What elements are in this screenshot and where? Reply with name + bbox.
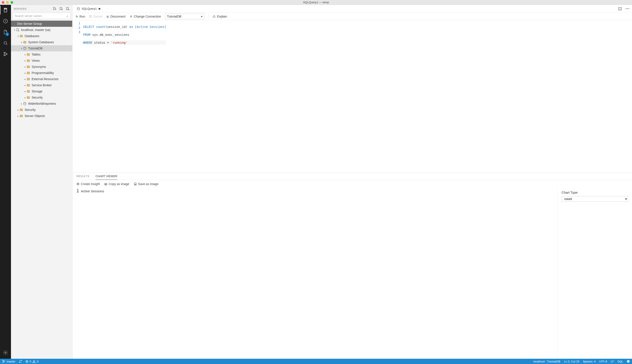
tree-external-resources[interactable]: ▸External Resources bbox=[11, 76, 72, 82]
status-language[interactable]: SQL bbox=[618, 360, 623, 363]
activity-search-icon[interactable] bbox=[2, 40, 8, 46]
clear-search-icon[interactable]: × bbox=[66, 14, 68, 18]
tree-label: Server Objects bbox=[24, 114, 45, 118]
tree-system-databases[interactable]: ▸System Databases bbox=[11, 39, 72, 45]
tree-tutorialdb[interactable]: ▾TutorialDB bbox=[11, 45, 72, 51]
tree-label: Storage bbox=[32, 90, 42, 93]
chevron-down-icon: ▾ bbox=[20, 47, 23, 50]
status-branch[interactable]: master bbox=[2, 360, 15, 363]
chevron-down-icon: ▾ bbox=[17, 35, 19, 37]
folder-icon bbox=[26, 90, 30, 93]
tree-db-security[interactable]: ▸Security bbox=[11, 94, 72, 100]
close-window-icon[interactable] bbox=[2, 1, 4, 4]
chevron-right-icon: ▸ bbox=[24, 53, 26, 56]
tab-label: SQLQuery1 bbox=[82, 7, 97, 10]
svg-point-13 bbox=[18, 30, 19, 31]
tree-programmability[interactable]: ▸Programmability bbox=[11, 70, 72, 76]
search-input[interactable] bbox=[13, 13, 70, 19]
status-eol[interactable]: LF bbox=[611, 360, 614, 363]
active-connections-icon[interactable] bbox=[66, 7, 70, 10]
window-titlebar: SQLQuery1 — temp bbox=[0, 0, 632, 5]
tree-views[interactable]: ▸Views bbox=[11, 58, 72, 64]
activity-explorer-icon[interactable]: 1 bbox=[2, 29, 8, 35]
tab-chart-viewer[interactable]: CHART VIEWER bbox=[96, 174, 117, 180]
line-number: 1 bbox=[72, 21, 80, 26]
activity-settings-icon[interactable] bbox=[2, 350, 8, 356]
status-feedback-icon[interactable] bbox=[627, 360, 630, 363]
activity-source-control-icon[interactable] bbox=[2, 51, 8, 57]
copy-as-image-button[interactable]: Copy as image bbox=[104, 182, 129, 186]
tree-server-node[interactable]: ▾localhost, master (sa) bbox=[11, 27, 72, 33]
create-insight-button[interactable]: Create Insight bbox=[76, 182, 100, 186]
window-title: SQLQuery1 — temp bbox=[303, 1, 329, 4]
status-encoding[interactable]: UTF-8 bbox=[599, 360, 607, 363]
chevron-right-icon: ▸ bbox=[24, 96, 26, 99]
line-gutter: 1 2 3 bbox=[72, 20, 83, 172]
svg-point-28 bbox=[3, 362, 3, 362]
database-select[interactable]: TutorialDB ▾ bbox=[165, 14, 204, 19]
stop-icon bbox=[89, 15, 92, 18]
server-tree: ▾localhost, master (sa)▾Databases▸System… bbox=[11, 27, 72, 359]
activity-servers-icon[interactable] bbox=[2, 7, 8, 13]
editor-area: SQLQuery1 ••• Run Cancel Disconnect bbox=[72, 5, 632, 359]
run-button[interactable]: Run bbox=[76, 15, 85, 18]
tree-server-security[interactable]: ▸Security bbox=[11, 107, 72, 113]
svg-point-16 bbox=[77, 8, 80, 8]
new-connection-icon[interactable] bbox=[53, 7, 56, 10]
disconnect-icon bbox=[106, 15, 109, 18]
explain-button[interactable]: Explain bbox=[212, 15, 227, 18]
folder-icon bbox=[26, 66, 30, 68]
folder-icon bbox=[26, 53, 30, 56]
change-connection-button[interactable]: Change Connection bbox=[130, 15, 161, 18]
tree-label: WideWorldImporters bbox=[28, 102, 56, 106]
new-group-icon[interactable] bbox=[60, 7, 63, 10]
tree-server-objects[interactable]: ▸Server Objects bbox=[11, 113, 72, 119]
tree-wideworldimporters[interactable]: ▸WideWorldImporters bbox=[11, 100, 72, 107]
svg-point-27 bbox=[3, 360, 3, 361]
database-select-value: TutorialDB bbox=[167, 15, 182, 18]
tree-label: Views bbox=[32, 59, 40, 62]
maximize-window-icon[interactable] bbox=[10, 1, 13, 4]
explain-label: Explain bbox=[217, 15, 227, 18]
folder-icon bbox=[23, 41, 27, 44]
tree-synonyms[interactable]: ▸Synonyms bbox=[11, 64, 72, 70]
tab-sqlquery1[interactable]: SQLQuery1 bbox=[75, 5, 103, 12]
cancel-button[interactable]: Cancel bbox=[89, 15, 102, 18]
status-sync[interactable] bbox=[19, 360, 22, 363]
more-actions-icon[interactable]: ••• bbox=[626, 7, 630, 10]
status-cursor[interactable]: Ln 3, Col 25 bbox=[564, 360, 579, 363]
save-as-image-button[interactable]: Save as image bbox=[134, 182, 158, 186]
minimize-window-icon[interactable] bbox=[6, 1, 9, 4]
code-editor[interactable]: 1 2 3 SELECT count(session_id) as [Activ… bbox=[72, 20, 632, 172]
query-toolbar: Run Cancel Disconnect Change Connection … bbox=[72, 13, 632, 20]
activity-tasks-icon[interactable] bbox=[2, 18, 8, 24]
chevron-right-icon: ▸ bbox=[17, 115, 19, 117]
disconnect-button[interactable]: Disconnect bbox=[106, 15, 126, 18]
tree-tables[interactable]: ▸Tables bbox=[11, 51, 72, 58]
split-editor-icon[interactable] bbox=[618, 7, 622, 11]
svg-rect-9 bbox=[60, 8, 62, 10]
svg-point-22 bbox=[77, 183, 79, 185]
chart-canvas: 1 Active Sessions bbox=[72, 188, 557, 359]
folder-icon bbox=[19, 35, 23, 37]
status-indent[interactable]: Spaces: 4 bbox=[583, 360, 596, 363]
svg-point-11 bbox=[68, 9, 70, 10]
server-group-header[interactable]: ▾ Dev Server Group bbox=[11, 21, 72, 27]
tree-storage[interactable]: ▸Storage bbox=[11, 88, 72, 94]
explorer-badge: 1 bbox=[6, 32, 9, 36]
status-problems[interactable]: 0 0 bbox=[26, 360, 38, 363]
chevron-right-icon: ▸ bbox=[24, 84, 26, 86]
svg-rect-10 bbox=[66, 8, 68, 10]
copy-image-icon bbox=[104, 182, 108, 186]
change-connection-label: Change Connection bbox=[134, 15, 161, 18]
tab-results[interactable]: RESULTS bbox=[76, 174, 90, 180]
chart-type-select[interactable]: count bbox=[562, 196, 628, 202]
status-connection[interactable]: localhost : TutorialDB bbox=[534, 360, 560, 363]
chevron-right-icon: ▸ bbox=[24, 78, 26, 80]
tree-databases-folder[interactable]: ▾Databases bbox=[11, 33, 72, 39]
svg-rect-18 bbox=[90, 16, 91, 17]
folder-icon bbox=[19, 108, 23, 111]
database-icon bbox=[23, 47, 27, 50]
chevron-right-icon: ▸ bbox=[24, 90, 26, 93]
tree-service-broker[interactable]: ▸Service Broker bbox=[11, 82, 72, 88]
